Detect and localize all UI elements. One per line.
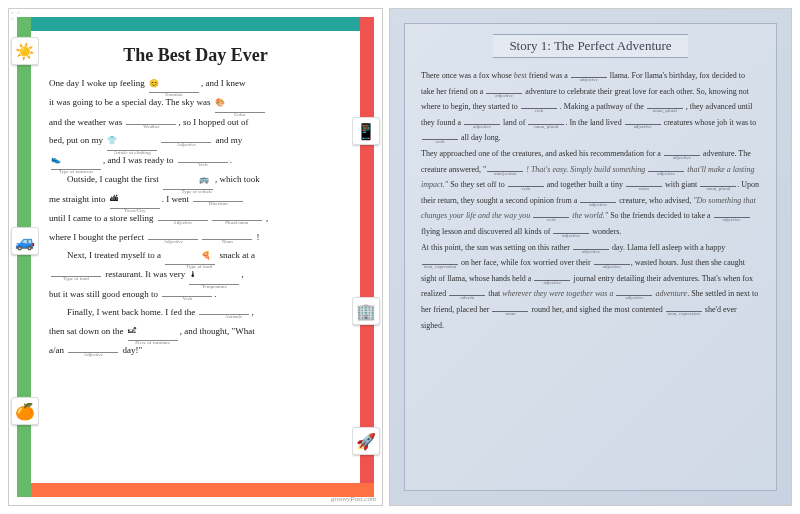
blank-hint: Temperature xyxy=(189,284,239,289)
fill-blank[interactable]: Adjective xyxy=(148,239,198,240)
blank-hint: adjective xyxy=(594,264,630,269)
fill-blank[interactable]: adjective xyxy=(534,280,570,281)
blank-hint: Plural noun xyxy=(212,220,262,225)
fill-blank[interactable]: 🍕Type of food xyxy=(165,246,215,265)
fill-blank[interactable]: noun, plural xyxy=(528,124,564,125)
fill-blank[interactable]: 🏙Town/City xyxy=(110,190,160,209)
hint-icon: 🛋 xyxy=(128,323,136,339)
fill-blank[interactable]: verb xyxy=(521,108,557,109)
fill-blank[interactable]: adjective xyxy=(616,295,652,296)
blank-hint: Adjective xyxy=(148,239,198,244)
fill-blank[interactable]: noun xyxy=(492,311,528,312)
color-frame: ☀️📱🚙🏢🍊🚀 The Best Day Ever One day I woke… xyxy=(17,17,374,497)
fill-blank[interactable]: 👕Article of clothing xyxy=(107,131,157,150)
blank-hint: adjective xyxy=(573,249,609,254)
fill-blank[interactable]: verb xyxy=(422,139,458,140)
blank-hint: Verb xyxy=(178,162,228,167)
blank-hint: Type of vehicle xyxy=(163,189,213,194)
left-content: The Best Day Ever One day I woke up feel… xyxy=(39,39,352,475)
blank-hint: interjection xyxy=(487,171,523,176)
fill-blank[interactable]: 🎨Color xyxy=(215,93,265,112)
fill-blank[interactable]: adjective xyxy=(571,77,607,78)
worksheet-right: Story 1: The Perfect Adventure There onc… xyxy=(389,8,792,506)
blank-hint: noun xyxy=(626,186,662,191)
worksheet-left: ⛶ ☀️📱🚙🏢🍊🚀 The Best Day Ever One day I wo… xyxy=(8,8,383,506)
fill-blank[interactable]: adjective xyxy=(580,202,616,203)
blank-hint: noun, plural xyxy=(647,108,683,113)
fill-blank[interactable]: Verb xyxy=(178,162,228,163)
fill-blank[interactable]: noun, plural xyxy=(700,186,736,187)
fill-blank[interactable]: Verb xyxy=(162,296,212,297)
fill-blank[interactable]: Adjective xyxy=(161,142,211,143)
hint-icon: 👟 xyxy=(51,152,61,168)
blank-hint: noun xyxy=(492,311,528,316)
blank-hint: Article of clothing xyxy=(107,150,157,155)
blank-hint: Verb xyxy=(162,296,212,301)
blank-hint: Piece of furniture xyxy=(128,340,178,345)
sticker-icon: 🚙 xyxy=(11,227,39,255)
fill-blank[interactable]: adjective xyxy=(594,264,630,265)
worksheet-title-right: Story 1: The Perfect Adventure xyxy=(493,34,687,58)
fill-blank[interactable]: interjection xyxy=(487,171,523,172)
blank-hint: Adjective xyxy=(158,220,208,225)
blank-hint: Animals xyxy=(199,314,249,319)
fill-blank[interactable]: Animals xyxy=(199,314,249,315)
fill-blank[interactable]: verb xyxy=(533,217,569,218)
right-inner: Story 1: The Perfect Adventure There onc… xyxy=(404,23,777,491)
fill-blank[interactable]: 🚌Type of vehicle xyxy=(163,170,213,189)
fill-blank[interactable]: adjective xyxy=(573,249,609,250)
fill-blank[interactable]: adjective xyxy=(714,217,750,218)
blank-hint: Weather xyxy=(126,124,176,129)
worksheet-title-left: The Best Day Ever xyxy=(49,45,342,66)
fill-blank[interactable]: icon, expression xyxy=(422,264,458,265)
fill-blank[interactable]: adjective xyxy=(553,233,589,234)
fill-blank[interactable]: Noun xyxy=(202,239,252,240)
fill-blank[interactable]: verb xyxy=(508,186,544,187)
blank-hint: verb xyxy=(521,108,557,113)
blank-hint: Type of footwear xyxy=(51,169,101,174)
fill-blank[interactable]: Weather xyxy=(126,124,176,125)
fill-blank[interactable]: Type of food xyxy=(51,276,101,277)
sticker-icon: 📱 xyxy=(352,117,380,145)
hint-icon: 🚌 xyxy=(181,172,209,188)
fill-blank[interactable]: Adjective xyxy=(158,220,208,221)
blank-hint: adjective xyxy=(616,295,652,300)
blank-hint: Adjective xyxy=(161,142,211,147)
fill-blank[interactable]: 🛋Piece of furniture xyxy=(128,322,178,341)
fill-blank[interactable]: Direction xyxy=(193,201,243,202)
fill-blank[interactable]: noun xyxy=(626,186,662,187)
hint-icon: 🍕 xyxy=(183,248,211,264)
fill-blank[interactable]: icon, expression xyxy=(666,311,702,312)
hint-icon: 🎨 xyxy=(215,95,225,111)
blank-hint: adjective xyxy=(486,93,522,98)
blank-hint: Noun xyxy=(202,239,252,244)
blank-hint: noun, plural xyxy=(700,186,736,191)
fill-blank[interactable]: adjective xyxy=(664,155,700,156)
fill-blank[interactable]: adjective xyxy=(464,124,500,125)
hint-icon: 😊 xyxy=(149,76,159,92)
fill-blank[interactable]: Adjective xyxy=(68,352,118,353)
blank-hint: noun, plural xyxy=(528,124,564,129)
fill-blank[interactable]: adjective xyxy=(625,124,661,125)
fill-blank[interactable]: adjective xyxy=(648,171,684,172)
fill-blank[interactable]: adverb xyxy=(449,295,485,296)
blank-hint: Town/City xyxy=(110,208,160,213)
blank-hint: Color xyxy=(215,112,265,117)
blank-hint: verb xyxy=(422,139,458,144)
blank-hint: adjective xyxy=(664,155,700,160)
fill-blank[interactable]: Plural noun xyxy=(212,220,262,221)
fill-blank[interactable]: 👟Type of footwear xyxy=(51,151,101,170)
blank-hint: verb xyxy=(508,186,544,191)
fill-blank[interactable]: 😊Emotion xyxy=(149,74,199,93)
blank-hint: icon, expression xyxy=(422,264,458,269)
attribution-text: groovyPost.com xyxy=(331,495,376,503)
blank-hint: icon, expression xyxy=(666,311,702,316)
blank-hint: adjective xyxy=(571,77,607,82)
fill-blank[interactable]: adjective xyxy=(486,93,522,94)
fill-blank[interactable]: noun, plural xyxy=(647,108,683,109)
fill-blank[interactable]: 🌡Temperature xyxy=(189,265,239,284)
blank-hint: Direction xyxy=(193,201,243,206)
hint-icon: 👕 xyxy=(107,133,117,149)
blank-hint: adjective xyxy=(534,280,570,285)
sticker-icon: 🚀 xyxy=(352,427,380,455)
